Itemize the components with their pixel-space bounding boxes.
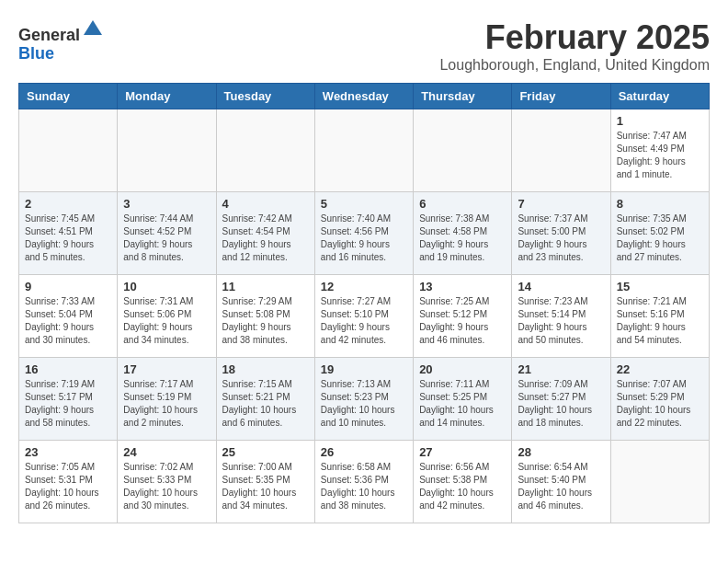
col-header-friday: Friday — [512, 84, 610, 109]
day-number: 4 — [222, 197, 309, 211]
day-number: 27 — [419, 445, 506, 459]
day-number: 12 — [321, 280, 407, 293]
day-number: 7 — [518, 197, 604, 211]
calendar-cell — [512, 109, 610, 192]
calendar-cell: 4Sunrise: 7:42 AM Sunset: 4:54 PM Daylig… — [216, 192, 314, 275]
day-info: Sunrise: 7:23 AM Sunset: 5:14 PM Dayligh… — [518, 295, 604, 347]
calendar-cell — [216, 109, 314, 192]
day-info: Sunrise: 7:44 AM Sunset: 4:52 PM Dayligh… — [123, 213, 210, 264]
calendar-week-4: 16Sunrise: 7:19 AM Sunset: 5:17 PM Dayli… — [19, 358, 710, 441]
day-info: Sunrise: 7:15 AM Sunset: 5:21 PM Dayligh… — [222, 378, 309, 430]
day-number: 25 — [222, 445, 309, 459]
logo-general: General — [18, 26, 80, 44]
day-number: 19 — [321, 362, 407, 376]
col-header-monday: Monday — [118, 84, 216, 109]
day-info: Sunrise: 7:05 AM Sunset: 5:31 PM Dayligh… — [25, 461, 111, 512]
day-info: Sunrise: 7:37 AM Sunset: 5:00 PM Dayligh… — [518, 213, 604, 264]
day-info: Sunrise: 7:00 AM Sunset: 5:35 PM Dayligh… — [222, 461, 309, 512]
calendar-cell: 3Sunrise: 7:44 AM Sunset: 4:52 PM Daylig… — [118, 192, 216, 275]
calendar-cell: 22Sunrise: 7:07 AM Sunset: 5:29 PM Dayli… — [610, 358, 709, 441]
calendar-cell: 17Sunrise: 7:17 AM Sunset: 5:19 PM Dayli… — [118, 358, 216, 441]
day-info: Sunrise: 7:29 AM Sunset: 5:08 PM Dayligh… — [222, 295, 309, 347]
calendar-cell: 12Sunrise: 7:27 AM Sunset: 5:10 PM Dayli… — [314, 275, 413, 358]
calendar-week-5: 23Sunrise: 7:05 AM Sunset: 5:31 PM Dayli… — [19, 441, 710, 523]
day-info: Sunrise: 7:19 AM Sunset: 5:17 PM Dayligh… — [25, 378, 111, 430]
calendar-cell: 27Sunrise: 6:56 AM Sunset: 5:38 PM Dayli… — [414, 441, 512, 523]
calendar-cell: 26Sunrise: 6:58 AM Sunset: 5:36 PM Dayli… — [314, 441, 413, 523]
day-number: 28 — [518, 445, 604, 459]
day-info: Sunrise: 7:40 AM Sunset: 4:56 PM Dayligh… — [321, 213, 407, 264]
day-info: Sunrise: 7:45 AM Sunset: 4:51 PM Dayligh… — [25, 213, 111, 264]
calendar-cell: 19Sunrise: 7:13 AM Sunset: 5:23 PM Dayli… — [314, 358, 413, 441]
calendar-cell: 13Sunrise: 7:25 AM Sunset: 5:12 PM Dayli… — [414, 275, 512, 358]
calendar-cell: 20Sunrise: 7:11 AM Sunset: 5:25 PM Dayli… — [414, 358, 512, 441]
logo-icon — [82, 18, 104, 40]
calendar-cell: 10Sunrise: 7:31 AM Sunset: 5:06 PM Dayli… — [118, 275, 216, 358]
day-info: Sunrise: 7:09 AM Sunset: 5:27 PM Dayligh… — [518, 378, 604, 430]
day-number: 15 — [617, 280, 703, 293]
col-header-wednesday: Wednesday — [314, 84, 413, 109]
calendar-cell: 23Sunrise: 7:05 AM Sunset: 5:31 PM Dayli… — [19, 441, 118, 523]
day-number: 24 — [123, 445, 210, 459]
calendar-table: SundayMondayTuesdayWednesdayThursdayFrid… — [18, 83, 710, 523]
calendar-cell — [118, 109, 216, 192]
calendar-week-2: 2Sunrise: 7:45 AM Sunset: 4:51 PM Daylig… — [19, 192, 710, 275]
calendar-cell: 6Sunrise: 7:38 AM Sunset: 4:58 PM Daylig… — [414, 192, 512, 275]
day-info: Sunrise: 7:07 AM Sunset: 5:29 PM Dayligh… — [617, 378, 703, 430]
day-number: 18 — [222, 362, 309, 376]
calendar-cell: 14Sunrise: 7:23 AM Sunset: 5:14 PM Dayli… — [512, 275, 610, 358]
day-info: Sunrise: 7:11 AM Sunset: 5:25 PM Dayligh… — [419, 378, 506, 430]
svg-marker-0 — [84, 20, 102, 35]
month-title: February 2025 — [439, 18, 710, 57]
day-info: Sunrise: 7:17 AM Sunset: 5:19 PM Dayligh… — [123, 378, 210, 430]
day-info: Sunrise: 7:47 AM Sunset: 4:49 PM Dayligh… — [617, 130, 703, 181]
day-info: Sunrise: 7:21 AM Sunset: 5:16 PM Dayligh… — [617, 295, 703, 347]
calendar-cell — [610, 441, 709, 523]
calendar-week-1: 1Sunrise: 7:47 AM Sunset: 4:49 PM Daylig… — [19, 109, 710, 192]
col-header-tuesday: Tuesday — [216, 84, 314, 109]
day-number: 6 — [419, 197, 506, 211]
calendar-week-3: 9Sunrise: 7:33 AM Sunset: 5:04 PM Daylig… — [19, 275, 710, 358]
day-info: Sunrise: 6:56 AM Sunset: 5:38 PM Dayligh… — [419, 461, 506, 512]
day-number: 23 — [25, 445, 111, 459]
page-header: General Blue February 2025 Loughborough,… — [18, 18, 710, 74]
day-number: 17 — [123, 362, 210, 376]
day-number: 9 — [25, 280, 111, 293]
day-number: 16 — [25, 362, 111, 376]
calendar-cell: 7Sunrise: 7:37 AM Sunset: 5:00 PM Daylig… — [512, 192, 610, 275]
calendar-cell: 25Sunrise: 7:00 AM Sunset: 5:35 PM Dayli… — [216, 441, 314, 523]
day-info: Sunrise: 7:31 AM Sunset: 5:06 PM Dayligh… — [123, 295, 210, 347]
day-info: Sunrise: 6:58 AM Sunset: 5:36 PM Dayligh… — [321, 461, 407, 512]
day-number: 1 — [617, 114, 703, 128]
day-number: 21 — [518, 362, 604, 376]
calendar-cell — [314, 109, 413, 192]
logo: General Blue — [18, 18, 104, 63]
calendar-cell: 9Sunrise: 7:33 AM Sunset: 5:04 PM Daylig… — [19, 275, 118, 358]
logo-blue: Blue — [18, 44, 54, 63]
calendar-cell: 11Sunrise: 7:29 AM Sunset: 5:08 PM Dayli… — [216, 275, 314, 358]
day-info: Sunrise: 7:02 AM Sunset: 5:33 PM Dayligh… — [123, 461, 210, 512]
calendar-cell: 24Sunrise: 7:02 AM Sunset: 5:33 PM Dayli… — [118, 441, 216, 523]
calendar-cell: 21Sunrise: 7:09 AM Sunset: 5:27 PM Dayli… — [512, 358, 610, 441]
calendar-cell: 5Sunrise: 7:40 AM Sunset: 4:56 PM Daylig… — [314, 192, 413, 275]
day-info: Sunrise: 7:42 AM Sunset: 4:54 PM Dayligh… — [222, 213, 309, 264]
calendar-header-row: SundayMondayTuesdayWednesdayThursdayFrid… — [19, 84, 710, 109]
day-number: 13 — [419, 280, 506, 293]
day-number: 14 — [518, 280, 604, 293]
day-number: 11 — [222, 280, 309, 293]
col-header-sunday: Sunday — [19, 84, 118, 109]
day-info: Sunrise: 7:27 AM Sunset: 5:10 PM Dayligh… — [321, 295, 407, 347]
location: Loughborough, England, United Kingdom — [439, 57, 710, 74]
col-header-saturday: Saturday — [610, 84, 709, 109]
day-number: 2 — [25, 197, 111, 211]
calendar-cell: 15Sunrise: 7:21 AM Sunset: 5:16 PM Dayli… — [610, 275, 709, 358]
day-number: 22 — [617, 362, 703, 376]
day-info: Sunrise: 7:38 AM Sunset: 4:58 PM Dayligh… — [419, 213, 506, 264]
calendar-cell — [414, 109, 512, 192]
day-number: 5 — [321, 197, 407, 211]
calendar-cell: 1Sunrise: 7:47 AM Sunset: 4:49 PM Daylig… — [610, 109, 709, 192]
day-number: 8 — [617, 197, 703, 211]
day-info: Sunrise: 7:35 AM Sunset: 5:02 PM Dayligh… — [617, 213, 703, 264]
day-info: Sunrise: 6:54 AM Sunset: 5:40 PM Dayligh… — [518, 461, 604, 512]
day-number: 26 — [321, 445, 407, 459]
